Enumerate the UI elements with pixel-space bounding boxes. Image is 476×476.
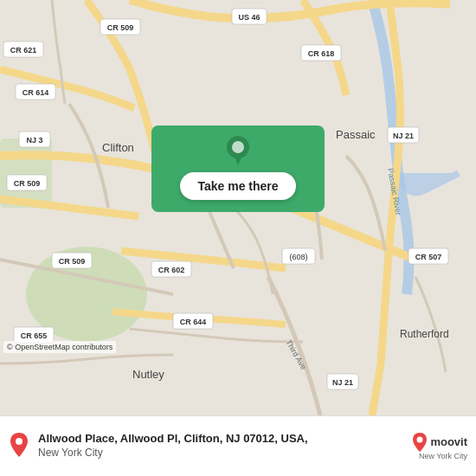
location-info: Allwood Place, Allwood Pl, Clifton, NJ 0… [38,432,403,460]
svg-text:Passaic: Passaic [336,128,376,141]
svg-text:CR 509: CR 509 [14,179,41,188]
svg-text:(608): (608) [289,253,307,261]
svg-text:CR 618: CR 618 [308,49,335,58]
svg-text:Rutherford: Rutherford [400,328,449,340]
svg-text:Clifton: Clifton [102,141,134,154]
moovit-brand-name: moovit [430,435,467,448]
svg-point-42 [16,438,23,445]
svg-text:CR 509: CR 509 [59,257,86,266]
svg-text:NJ 21: NJ 21 [332,378,353,387]
map-credit: © OpenStreetMap contributors [3,341,116,353]
svg-text:CR 644: CR 644 [180,318,207,326]
svg-text:CR 614: CR 614 [23,88,49,97]
svg-text:CR 655: CR 655 [21,331,48,340]
location-icon [9,433,29,460]
svg-point-43 [417,436,423,442]
svg-text:NJ 21: NJ 21 [393,132,414,140]
svg-text:CR 507: CR 507 [415,253,442,261]
bottom-bar: Allwood Place, Allwood Pl, Clifton, NJ 0… [0,415,476,476]
svg-text:NJ 3: NJ 3 [26,136,42,145]
location-address: Allwood Place, Allwood Pl, Clifton, NJ 0… [38,432,403,447]
take-me-there-button[interactable]: Take me there [180,172,295,200]
svg-text:Nutley: Nutley [132,368,164,381]
action-button-container: Take me there [151,125,325,212]
location-pin-icon [224,134,252,172]
moovit-icon: moovit [412,433,467,452]
svg-text:CR 509: CR 509 [107,23,134,32]
moovit-city: New York City [419,452,467,460]
svg-marker-41 [234,155,242,165]
moovit-logo: moovit New York City [412,433,467,460]
svg-text:US 46: US 46 [238,13,260,22]
svg-text:CR 621: CR 621 [10,46,37,55]
svg-text:CR 602: CR 602 [158,266,185,274]
location-city: New York City [38,447,403,460]
map-container[interactable]: CR 509 CR 509 CR 509 CR 614 CR 621 NJ 3 … [0,0,476,415]
